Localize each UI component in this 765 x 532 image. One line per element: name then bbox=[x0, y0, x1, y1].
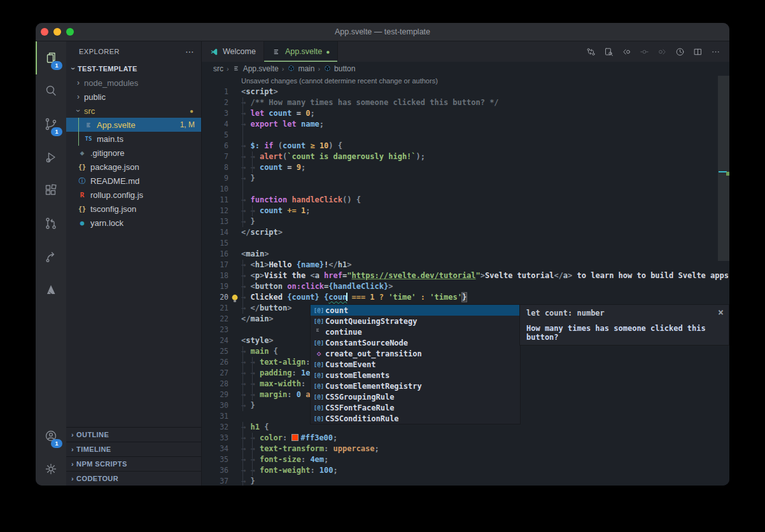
code-line-text: → → margin: 0 au bbox=[228, 389, 315, 400]
activity-item-search[interactable] bbox=[36, 74, 66, 108]
search-icon bbox=[43, 83, 59, 99]
code-line[interactable]: 15 bbox=[202, 238, 718, 249]
lightbulb-icon[interactable] bbox=[230, 293, 240, 304]
line-number: 12 bbox=[202, 206, 228, 216]
code-line[interactable]: 9→ } bbox=[202, 173, 718, 184]
suggestion-cssconditionrule[interactable]: [@]CSSConditionRule bbox=[311, 413, 520, 424]
tree-file-tsconfig-json[interactable]: {}tsconfig.json bbox=[66, 202, 201, 216]
code-line[interactable]: 4→ export let name; bbox=[202, 119, 718, 130]
sidebar-section-timeline[interactable]: ›TIMELINE bbox=[66, 442, 201, 456]
code-line[interactable]: 36→ → font-weight: 100; bbox=[202, 465, 718, 476]
line-number: 1 bbox=[202, 87, 228, 97]
activity-item-pull-requests[interactable] bbox=[36, 207, 66, 240]
suggestion-countqueuingstrategy[interactable]: [@]CountQueuingStrategy bbox=[311, 316, 520, 326]
code-line[interactable]: 34→ → text-transform: uppercase; bbox=[202, 444, 718, 454]
sidebar-section-outline[interactable]: ›OUTLINE bbox=[66, 427, 201, 442]
code-line-text: <style> bbox=[228, 335, 274, 346]
breadcrumb-item-app-svelte[interactable]: App.svelte bbox=[232, 64, 279, 73]
share-arrow-icon bbox=[43, 249, 59, 264]
code-line[interactable]: 35→ → font-size: 4em; bbox=[202, 454, 718, 465]
suggestion-cssgroupingrule[interactable]: [@]CSSGroupingRule bbox=[311, 391, 520, 402]
git-compare-icon[interactable] bbox=[583, 44, 598, 59]
activity-item-explorer[interactable]: 1 bbox=[36, 41, 66, 74]
breadcrumb-item-button[interactable]: button bbox=[323, 64, 355, 73]
breadcrumb-item-src[interactable]: src bbox=[213, 64, 223, 73]
line-number: 9 bbox=[202, 173, 228, 184]
suggestion-continue[interactable]: continue bbox=[311, 326, 520, 337]
code-line[interactable]: 33→ → color: #ff3e00; bbox=[202, 433, 718, 444]
code-line[interactable]: 12→ → count += 1; bbox=[202, 206, 718, 216]
code-line[interactable]: 17→ <h1>Hello {name}!</h1> bbox=[202, 260, 718, 270]
code-line-text: → → color: #ff3e00; bbox=[228, 433, 337, 444]
tree-folder-public[interactable]: ›public bbox=[66, 90, 201, 104]
codelens-annotation[interactable]: Unsaved changes (cannot determine recent… bbox=[241, 77, 438, 85]
suggestion-cssfontfacerule[interactable]: [@]CSSFontFaceRule bbox=[311, 402, 520, 413]
code-line-text: → → count = 9; bbox=[228, 162, 305, 173]
notification-badge: 1 bbox=[51, 127, 62, 136]
suggestion-customelements[interactable]: [@]customElements bbox=[311, 370, 520, 381]
tree-file--gitignore[interactable]: ◆.gitignore bbox=[66, 146, 201, 160]
code-line[interactable]: 8→ → count = 9; bbox=[202, 162, 718, 173]
tab-welcome[interactable]: Welcome bbox=[202, 41, 264, 62]
code-line[interactable]: 6→ $: if (count ≥ 10) { bbox=[202, 141, 718, 151]
indent-guide bbox=[78, 132, 79, 146]
suggestion-count[interactable]: [@]count bbox=[311, 305, 520, 316]
timeline-clock-icon[interactable] bbox=[672, 44, 687, 59]
sidebar-section-npm-scripts[interactable]: ›NPM SCRIPTS bbox=[66, 456, 201, 471]
code-line[interactable]: 16<main> bbox=[202, 249, 718, 260]
scrollbar[interactable] bbox=[718, 76, 729, 486]
activity-item-source-control[interactable]: 1 bbox=[36, 108, 66, 141]
tree-file-app-svelte[interactable]: App.svelte1, M bbox=[66, 118, 201, 132]
breadcrumb-item-main[interactable]: main bbox=[287, 64, 314, 73]
code-line[interactable]: 18→ <p>Visit the <a href="https://svelte… bbox=[202, 270, 718, 281]
activity-item-settings[interactable] bbox=[36, 452, 66, 486]
code-line[interactable]: 19→ <button on:click={handleClick}> bbox=[202, 281, 718, 292]
line-number: 30 bbox=[202, 400, 228, 411]
tree-file-main-ts[interactable]: TSmain.ts bbox=[66, 132, 201, 146]
code-line[interactable]: 2→ /** How many times has someone clicke… bbox=[202, 97, 718, 108]
code-editor[interactable]: Unsaved changes (cannot determine recent… bbox=[202, 76, 729, 486]
suggestion-customevent[interactable]: [@]CustomEvent bbox=[311, 359, 520, 370]
activity-item-azure[interactable] bbox=[36, 273, 66, 306]
open-preview-icon[interactable] bbox=[601, 44, 616, 59]
tree-file-readme-md[interactable]: ⓘREADME.md bbox=[66, 174, 201, 188]
code-line[interactable]: 3→ let count = 0; bbox=[202, 108, 718, 119]
more-actions-icon[interactable] bbox=[708, 44, 723, 59]
activity-item-live-share[interactable] bbox=[36, 240, 66, 273]
close-icon[interactable]: × bbox=[718, 307, 724, 318]
line-number: 14 bbox=[202, 227, 228, 238]
code-line[interactable]: 7→ → alert(`count is dangerously high!`)… bbox=[202, 151, 718, 162]
tab-app-svelte[interactable]: App.svelte● bbox=[264, 41, 338, 62]
current-change-icon[interactable] bbox=[636, 44, 652, 59]
activity-item-extensions[interactable] bbox=[36, 174, 66, 207]
next-change-icon[interactable] bbox=[654, 44, 670, 59]
sidebar-section-codetour[interactable]: ›CODETOUR bbox=[66, 471, 201, 486]
activity-item-accounts[interactable]: 1 bbox=[36, 419, 66, 452]
suggestion-constantsourcenode[interactable]: [@]ConstantSourceNode bbox=[311, 337, 520, 348]
tree-root[interactable]: › TEST-TEMPLATE bbox=[66, 62, 201, 76]
more-actions-icon[interactable]: ⋯ bbox=[185, 46, 195, 57]
previous-change-icon[interactable] bbox=[619, 44, 634, 59]
code-line[interactable]: 1<script> bbox=[202, 87, 718, 97]
code-line[interactable]: 20→ Clicked {count} {coun === 1 ? 'time'… bbox=[202, 292, 718, 303]
code-line[interactable]: 5 bbox=[202, 130, 718, 141]
section-label: TIMELINE bbox=[76, 445, 111, 453]
code-line-text: → let count = 0; bbox=[228, 108, 315, 119]
code-line[interactable]: 14</script> bbox=[202, 227, 718, 238]
activity-item-run-debug[interactable] bbox=[36, 141, 66, 174]
split-editor-icon[interactable] bbox=[690, 44, 705, 59]
suggestion-create_out_transition[interactable]: ◇create_out_transition bbox=[311, 348, 520, 359]
indent-guide bbox=[252, 206, 253, 216]
scrollbar-thumb[interactable] bbox=[718, 76, 729, 261]
suggestion-customelementregistry[interactable]: [@]CustomElementRegistry bbox=[311, 381, 520, 391]
tree-folder-src[interactable]: ›src● bbox=[66, 104, 201, 118]
tree-file-rollup-config-js[interactable]: Rrollup.config.js bbox=[66, 188, 201, 202]
tree-item-label: App.svelte bbox=[97, 120, 136, 130]
tree-folder-node-modules[interactable]: ›node_modules bbox=[66, 76, 201, 90]
code-line[interactable]: 13→ } bbox=[202, 216, 718, 227]
code-line[interactable]: 11→ function handleClick() { bbox=[202, 195, 718, 206]
code-line[interactable]: 37→ } bbox=[202, 476, 718, 486]
code-line[interactable]: 10 bbox=[202, 184, 718, 195]
tree-file-yarn-lock[interactable]: ●yarn.lock bbox=[66, 216, 201, 230]
tree-file-package-json[interactable]: {}package.json bbox=[66, 160, 201, 174]
